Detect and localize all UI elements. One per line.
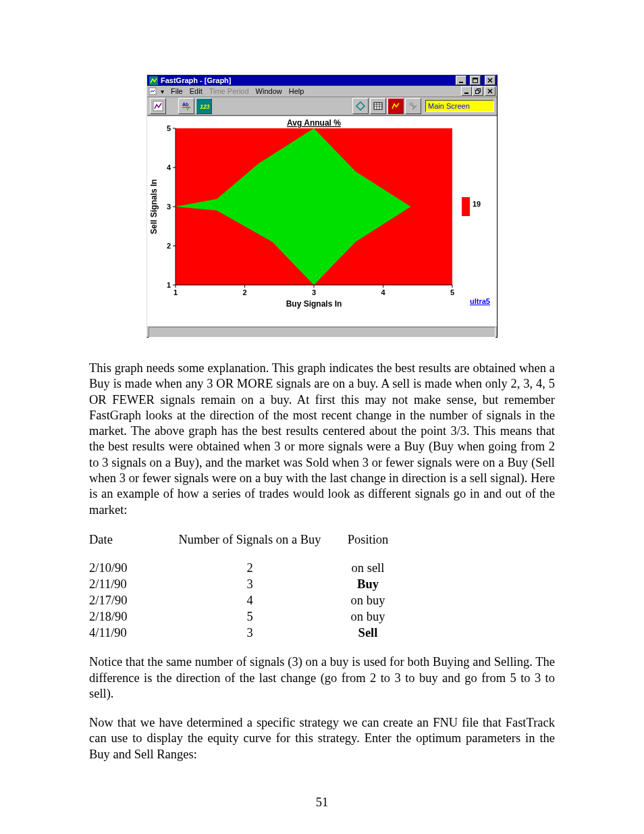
cell-position: on buy xyxy=(331,608,405,625)
th-position: Position xyxy=(331,531,405,548)
svg-rect-3 xyxy=(473,78,478,80)
svg-rect-7 xyxy=(476,90,479,94)
svg-text:1: 1 xyxy=(167,281,171,289)
cell-position: Sell xyxy=(331,625,405,641)
main-screen-field[interactable]: Main Screen xyxy=(425,100,494,112)
mdi-dropdown-icon[interactable]: ▾ xyxy=(161,88,164,95)
trade-table: Date Number of Signals on a Buy Position… xyxy=(89,531,555,641)
cell-date: 2/17/90 xyxy=(89,592,169,608)
app-window: FastGraph - [Graph] ▾ File Edit Time Per… xyxy=(146,74,498,338)
table-row: 4/11/903Sell xyxy=(89,625,555,641)
body-text: This graph needs some explanation. This … xyxy=(89,361,555,762)
tb-chart-icon[interactable] xyxy=(150,98,166,114)
svg-text:5: 5 xyxy=(167,124,171,132)
page-number: 51 xyxy=(0,796,644,810)
cell-signals: 3 xyxy=(169,576,331,592)
svg-text:3: 3 xyxy=(167,203,171,211)
tb-123-icon[interactable]: 123 xyxy=(196,98,212,114)
paragraph-1: This graph needs some explanation. This … xyxy=(89,361,555,518)
legend-value: 19 xyxy=(473,200,481,208)
svg-rect-12 xyxy=(374,103,382,109)
cell-signals: 2 xyxy=(169,560,331,576)
legend-swatch xyxy=(462,197,470,216)
mdi-close-button[interactable] xyxy=(485,86,495,96)
cell-position: on sell xyxy=(331,560,405,576)
cell-date: 4/11/90 xyxy=(89,625,169,641)
svg-text:4: 4 xyxy=(381,288,385,296)
titlebar: FastGraph - [Graph] xyxy=(147,75,497,86)
cell-signals: 5 xyxy=(169,608,331,625)
statusbar xyxy=(147,325,497,337)
menu-help[interactable]: Help xyxy=(289,87,304,95)
table-header: Date Number of Signals on a Buy Position xyxy=(89,531,555,548)
legend-label: ultra5 xyxy=(470,297,490,305)
svg-text:123: 123 xyxy=(200,103,209,110)
mdi-minimize-button[interactable] xyxy=(461,86,472,96)
tb-diamond-icon[interactable] xyxy=(352,98,369,114)
paragraph-2: Notice that the same number of signals (… xyxy=(89,654,555,702)
table-row: 2/18/905on buy xyxy=(89,608,555,625)
minimize-button[interactable] xyxy=(456,76,466,85)
svg-text:5: 5 xyxy=(450,288,454,296)
toolbar: Ab7 123 Main Screen xyxy=(147,97,497,115)
cell-position: Buy xyxy=(331,576,405,592)
maximize-button[interactable] xyxy=(470,76,481,85)
svg-text:4: 4 xyxy=(167,163,171,172)
svg-text:7: 7 xyxy=(186,107,189,111)
svg-point-14 xyxy=(410,103,412,105)
chart-svg: 12345 12345 Avg Annual % Buy Signals In … xyxy=(147,116,497,325)
svg-rect-5 xyxy=(464,93,468,94)
close-button[interactable] xyxy=(485,76,495,85)
chart-xlabel: Buy Signals In xyxy=(286,299,342,309)
th-signals: Number of Signals on a Buy xyxy=(169,531,331,548)
menu-window[interactable]: Window xyxy=(256,87,282,95)
main-screen-label: Main Screen xyxy=(428,102,470,110)
app-icon xyxy=(149,76,158,85)
cell-date: 2/10/90 xyxy=(89,560,169,576)
cell-date: 2/11/90 xyxy=(89,576,169,592)
cell-date: 2/18/90 xyxy=(89,608,169,625)
svg-text:2: 2 xyxy=(242,288,246,296)
table-row: 2/10/902on sell xyxy=(89,560,555,576)
cell-position: on buy xyxy=(331,592,405,608)
menu-file[interactable]: File xyxy=(171,87,183,95)
svg-text:Ab: Ab xyxy=(182,102,188,107)
table-row: 2/11/903Buy xyxy=(89,576,555,592)
th-date: Date xyxy=(89,531,169,548)
svg-text:2: 2 xyxy=(167,242,171,250)
svg-text:3: 3 xyxy=(312,288,316,296)
chart-area: 12345 12345 Avg Annual % Buy Signals In … xyxy=(147,115,497,325)
table-row: 2/17/904on buy xyxy=(89,592,555,608)
window-title: FastGraph - [Graph] xyxy=(161,76,232,84)
chart-ylabel: Sell Signals In xyxy=(149,179,159,234)
menu-edit[interactable]: Edit xyxy=(190,87,203,95)
paragraph-3: Now that we have determined a specific s… xyxy=(89,715,555,762)
menubar: ▾ File Edit Time Period Window Help xyxy=(147,86,497,97)
tb-grid-icon[interactable] xyxy=(370,98,386,114)
svg-text:1: 1 xyxy=(173,288,178,296)
mdi-doc-icon[interactable] xyxy=(149,86,158,96)
menu-time-period[interactable]: Time Period xyxy=(209,87,249,95)
cell-signals: 3 xyxy=(169,625,331,641)
mdi-restore-button[interactable] xyxy=(473,86,483,96)
chart-title: Avg Annual % xyxy=(287,118,341,128)
tb-redchart-icon[interactable] xyxy=(387,98,404,114)
tb-abc-icon[interactable]: Ab7 xyxy=(178,98,194,114)
cell-signals: 4 xyxy=(169,592,331,608)
svg-rect-1 xyxy=(459,82,463,83)
tb-pin-icon[interactable] xyxy=(405,98,421,114)
